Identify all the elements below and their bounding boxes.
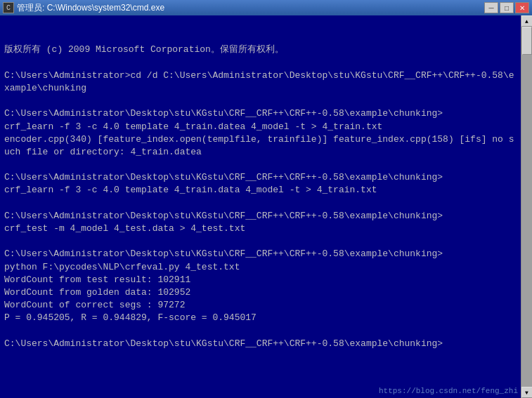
title-bar-left: C 管理员: C:\Windows\system32\cmd.exe <box>3 2 164 14</box>
console-line: C:\Users\Administrator\Desktop\stu\KGstu… <box>4 107 517 120</box>
console-output[interactable]: 版权所有 (c) 2009 Microsoft Corporation。保留所有… <box>0 15 521 398</box>
maximize-button[interactable]: □ <box>500 2 514 13</box>
window-icon: C <box>3 2 14 13</box>
console-line: C:\Users\Administrator\Desktop\stu\KGstu… <box>4 338 517 350</box>
console-line: C:\Users\Administrator\Desktop\stu\KGstu… <box>4 210 517 223</box>
scroll-down-arrow[interactable]: ▼ <box>521 387 533 398</box>
scrollbar[interactable]: ▲ ▼ <box>521 15 532 398</box>
console-empty-line <box>4 95 517 107</box>
scroll-thumb[interactable] <box>522 27 532 55</box>
console-empty-line <box>4 57 517 69</box>
title-bar-buttons: ─ □ ✕ <box>484 2 529 13</box>
console-line: WordCount of correct segs : 97272 <box>4 299 517 312</box>
console-line: crf_learn -f 3 -c 4.0 template 4_train.d… <box>4 121 517 133</box>
console-empty-line <box>4 159 517 171</box>
scroll-up-arrow[interactable]: ▲ <box>521 15 533 27</box>
console-line: 版权所有 (c) 2009 Microsoft Corporation。保留所有… <box>4 44 517 56</box>
console-wrapper: 版权所有 (c) 2009 Microsoft Corporation。保留所有… <box>0 15 532 398</box>
console-empty-line <box>4 235 517 248</box>
minimize-button[interactable]: ─ <box>484 2 498 13</box>
console-line: C:\Users\Administrator>cd /d C:\Users\Ad… <box>4 69 517 95</box>
console-line: crf_learn -f 3 -c 4.0 template 4_train.d… <box>4 184 517 197</box>
console-line: encoder.cpp(340) [feature_index.open(tem… <box>4 133 517 159</box>
console-line: C:\Users\Administrator\Desktop\stu\KGstu… <box>4 171 517 184</box>
window-title: 管理员: C:\Windows\system32\cmd.exe <box>17 2 164 14</box>
console-line: C:\Users\Administrator\Desktop\stu\KGstu… <box>4 248 517 260</box>
console-empty-line <box>4 325 517 338</box>
console-line: P = 0.945205, R = 0.944829, F-score = 0.… <box>4 312 517 324</box>
console-line: crf_test -m 4_model 4_test.data > 4_test… <box>4 223 517 235</box>
console-line: python F:\pycodes\NLP\crfeval.py 4_test.… <box>4 261 517 274</box>
close-button[interactable]: ✕ <box>515 2 529 13</box>
title-bar: C 管理员: C:\Windows\system32\cmd.exe ─ □ ✕ <box>0 0 532 15</box>
scroll-track <box>521 27 532 387</box>
console-empty-line <box>4 197 517 210</box>
console-line: WordCount from golden data: 102952 <box>4 286 517 299</box>
console-line: WordCount from test result: 102911 <box>4 274 517 286</box>
